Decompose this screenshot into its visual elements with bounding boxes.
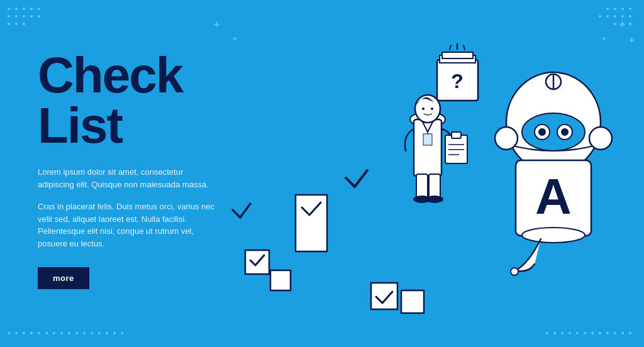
- svg-rect-7: [442, 52, 473, 58]
- svg-line-11: [464, 45, 465, 50]
- svg-line-10: [450, 45, 451, 50]
- svg-point-36: [495, 127, 518, 150]
- svg-point-41: [511, 268, 518, 275]
- svg-point-25: [431, 107, 433, 110]
- illustration: ?: [0, 0, 644, 347]
- svg-point-24: [422, 107, 425, 110]
- svg-point-40: [522, 228, 585, 243]
- svg-point-22: [426, 196, 443, 203]
- svg-point-33: [561, 128, 569, 136]
- svg-rect-2: [270, 270, 291, 290]
- svg-rect-26: [423, 134, 432, 145]
- svg-rect-4: [401, 290, 424, 313]
- svg-point-37: [589, 127, 612, 150]
- svg-rect-3: [371, 283, 397, 309]
- svg-point-32: [538, 128, 546, 136]
- svg-text:A: A: [535, 168, 572, 224]
- svg-point-29: [522, 113, 585, 151]
- svg-text:?: ?: [451, 70, 464, 92]
- svg-rect-15: [452, 132, 461, 138]
- svg-rect-1: [296, 195, 327, 251]
